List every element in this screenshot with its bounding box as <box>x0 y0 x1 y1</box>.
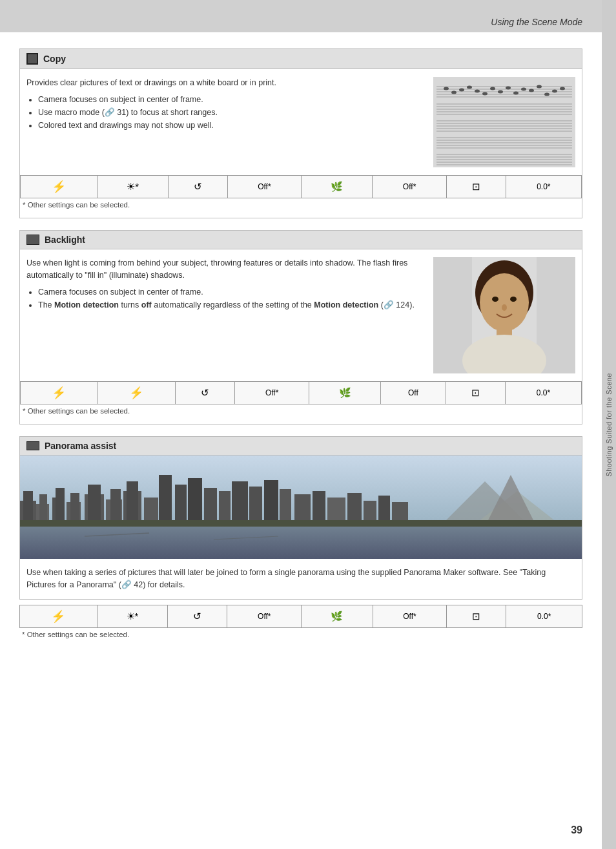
copy-bullet-3: Colored text and drawings may not show u… <box>38 119 426 132</box>
panorama-icon <box>26 441 39 450</box>
backlight-icon <box>26 235 39 245</box>
copy-description: Provides clear pictures of text or drawi… <box>26 77 426 89</box>
panorama-flash: ⚡ <box>20 605 98 627</box>
svg-point-38 <box>537 85 542 89</box>
backlight-noise: Off <box>380 382 446 404</box>
svg-rect-77 <box>264 480 278 527</box>
panorama-noise: Off* <box>373 605 447 627</box>
sidebar-label: Shooting Suited for the Scene <box>605 373 613 477</box>
copy-img-adj: Off* <box>227 176 302 198</box>
main-content: Using the Scene Mode Copy Provides clear… <box>0 0 602 849</box>
backlight-exp: ⊡ <box>446 382 505 404</box>
backlight-description: Use when light is coming from behind you… <box>26 257 426 282</box>
page-title: Using the Scene Mode <box>491 17 582 27</box>
backlight-settings-row: ⚡ ⚡ ↺ Off* 🌿 Off ⊡ 0.0* <box>20 381 582 404</box>
backlight-value: 0.0* <box>506 382 582 404</box>
svg-point-32 <box>490 87 495 90</box>
svg-point-35 <box>513 92 518 95</box>
backlight-stabilize: 🌿 <box>309 382 381 404</box>
copy-image <box>433 77 575 167</box>
copy-exp: ⊡ <box>446 176 506 198</box>
svg-rect-75 <box>232 481 248 527</box>
panorama-timer: ☀* <box>97 605 168 627</box>
page-number: 39 <box>571 824 582 836</box>
svg-point-34 <box>506 87 511 90</box>
copy-section: Copy Provides clear pictures of text or … <box>19 48 582 218</box>
copy-title: Copy <box>43 54 66 64</box>
copy-noise: Off* <box>373 176 447 198</box>
svg-rect-68 <box>127 481 138 527</box>
svg-point-28 <box>459 89 464 92</box>
panorama-footnote: * Other settings can be selected. <box>19 631 582 638</box>
copy-bullet-2: Use macro mode (🔗 31) to focus at short … <box>38 106 426 119</box>
header-bar: Using the Scene Mode <box>0 0 602 32</box>
svg-point-40 <box>552 90 557 93</box>
svg-point-49 <box>510 297 517 302</box>
panorama-body: Use when taking a series of pictures tha… <box>19 559 582 600</box>
panorama-title: Panorama assist <box>45 441 116 451</box>
svg-point-29 <box>467 86 472 89</box>
svg-rect-70 <box>159 475 172 527</box>
svg-point-36 <box>521 88 526 91</box>
svg-point-48 <box>492 297 498 302</box>
backlight-section-body: Use when light is coming from behind you… <box>20 249 582 381</box>
backlight-self-timer: ↺ <box>175 382 234 404</box>
panorama-section: Panorama assist <box>19 436 582 638</box>
copy-self-timer: ↺ <box>168 176 227 198</box>
svg-rect-52 <box>20 527 582 559</box>
backlight-img-adj: Off* <box>235 382 309 404</box>
svg-point-50 <box>502 304 507 311</box>
panorama-img-adj: Off* <box>227 605 302 627</box>
copy-icon <box>26 53 38 65</box>
copy-timer: ☀* <box>98 176 169 198</box>
copy-text: Provides clear pictures of text or drawi… <box>26 77 426 167</box>
backlight-section: Backlight Use when light is coming from … <box>19 230 582 424</box>
panorama-value: 0.0* <box>506 605 582 627</box>
svg-point-39 <box>544 93 549 96</box>
backlight-flash1: ⚡ <box>21 382 98 404</box>
panorama-image <box>19 456 582 559</box>
backlight-text: Use when light is coming from behind you… <box>26 257 426 373</box>
panorama-stabilize: 🌿 <box>302 605 373 627</box>
panorama-description: Use when taking a series of pictures tha… <box>26 567 575 591</box>
svg-point-27 <box>451 91 457 94</box>
copy-section-body: Provides clear pictures of text or drawi… <box>20 69 582 175</box>
panorama-self-timer: ↺ <box>168 605 227 627</box>
svg-point-31 <box>482 92 488 96</box>
content-area: Copy Provides clear pictures of text or … <box>19 48 582 638</box>
svg-point-41 <box>560 87 565 90</box>
copy-bullet-1: Camera focuses on subject in center of f… <box>38 93 426 106</box>
panorama-settings-row: ⚡ ☀* ↺ Off* 🌿 Off* ⊡ 0.0* <box>19 605 582 628</box>
backlight-title: Backlight <box>45 235 85 245</box>
copy-value: 0.0* <box>506 176 581 198</box>
backlight-bullet-1: Camera focuses on subject in center of f… <box>38 286 426 299</box>
panorama-header: Panorama assist <box>19 436 582 456</box>
svg-point-45 <box>480 273 529 331</box>
backlight-image <box>433 257 575 373</box>
svg-point-33 <box>498 90 503 94</box>
copy-footnote: * Other settings can be selected. <box>20 201 582 209</box>
sidebar: Shooting Suited for the Scene <box>602 0 616 849</box>
backlight-bullet-2: The Motion detection turns off automatic… <box>38 299 426 311</box>
backlight-flash2: ⚡ <box>98 382 175 404</box>
backlight-section-header: Backlight <box>20 231 582 249</box>
backlight-bullets: Camera focuses on subject in center of f… <box>38 286 426 311</box>
page-container: Using the Scene Mode Copy Provides clear… <box>0 0 616 849</box>
svg-point-37 <box>529 89 534 92</box>
copy-section-header: Copy <box>20 49 582 69</box>
svg-rect-87 <box>20 520 582 527</box>
svg-point-30 <box>475 90 480 93</box>
backlight-footnote: * Other settings can be selected. <box>20 407 582 415</box>
copy-flash: ⚡ <box>21 176 98 198</box>
copy-settings-row: ⚡ ☀* ↺ Off* 🌿 Off* ⊡ 0.0* <box>20 175 582 198</box>
copy-bullets: Camera focuses on subject in center of f… <box>38 93 426 132</box>
svg-point-26 <box>444 87 449 90</box>
panorama-exp: ⊡ <box>447 605 506 627</box>
copy-stabilize: 🌿 <box>302 176 373 198</box>
svg-rect-72 <box>188 478 202 527</box>
